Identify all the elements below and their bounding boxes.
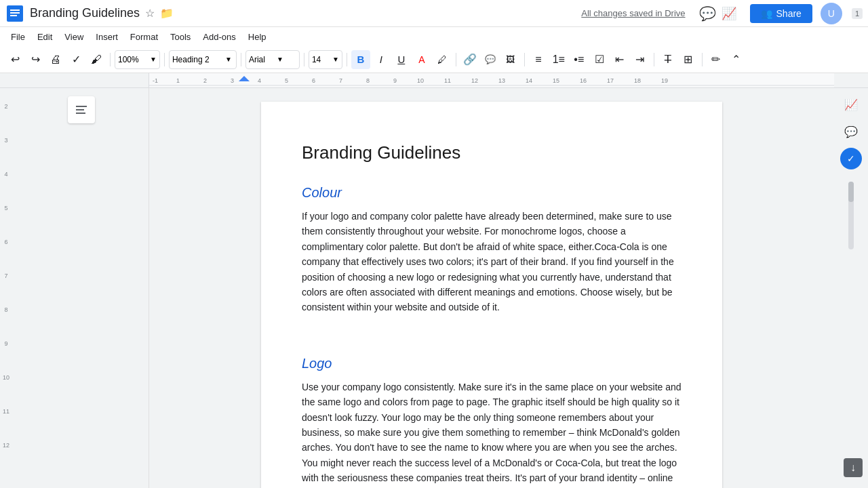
link-button[interactable]: 🔗 <box>460 50 479 69</box>
menu-file[interactable]: File <box>5 30 31 43</box>
underline-button[interactable]: U <box>392 50 411 69</box>
toolbar: ↩ ↪ 🖨 ✓ 🖌 100% ▼ Heading 2Normal textHea… <box>0 46 868 73</box>
zoom-select[interactable]: 100% ▼ <box>115 50 160 69</box>
sidebar-comment-icon[interactable]: 💬 <box>840 121 862 142</box>
fontsize-select[interactable]: 1410121618 ▼ <box>309 50 342 69</box>
align-button[interactable]: ≡ <box>529 50 548 69</box>
svg-rect-3 <box>10 15 17 16</box>
spacer-1 <box>302 342 682 356</box>
text-color-button[interactable]: A <box>412 50 431 69</box>
highlight-button[interactable]: 🖊 <box>433 50 452 69</box>
title-bar: Branding Guidelines ☆ 📁 All changes save… <box>0 0 868 27</box>
section-heading-colour[interactable]: Colour <box>302 185 682 201</box>
scroll-to-bottom-button[interactable]: ↓ <box>844 458 863 477</box>
svg-text:1: 1 <box>176 77 180 84</box>
outline-toggle[interactable] <box>68 96 95 123</box>
right-sidebar: 📈 💬 ✓ ↓ <box>834 88 868 488</box>
paint-format-button[interactable]: 🖌 <box>87 50 106 69</box>
menu-help[interactable]: Help <box>243 30 272 43</box>
svg-text:12: 12 <box>471 77 478 84</box>
svg-rect-2 <box>10 12 20 14</box>
star-icon[interactable]: ☆ <box>145 7 155 20</box>
numbered-list-button[interactable]: 1≡ <box>549 50 568 69</box>
menu-insert[interactable]: Insert <box>90 30 123 43</box>
style-select[interactable]: Heading 2Normal textHeading 1Heading 3 ▼ <box>169 50 237 69</box>
style-chevron: ▼ <box>225 56 232 63</box>
zoom-dropdown[interactable]: 100% <box>118 55 147 64</box>
svg-rect-1 <box>10 9 20 11</box>
menu-view[interactable]: View <box>59 30 89 43</box>
ruler-right <box>834 73 868 87</box>
bulleted-list-button[interactable]: •≡ <box>570 50 589 69</box>
menu-addons[interactable]: Add-ons <box>197 30 241 43</box>
clear-formatting-button[interactable]: T̶ <box>658 50 677 69</box>
toolbar-separator-8 <box>654 53 654 66</box>
user-avatar[interactable]: U <box>821 3 842 24</box>
checklist-button[interactable]: ☑ <box>590 50 609 69</box>
edit-mode-button[interactable]: ✏ <box>707 50 726 69</box>
left-panel: 2 3 4 5 6 7 8 9 10 11 12 <box>0 88 149 488</box>
toolbar-separator-9 <box>702 53 703 66</box>
svg-text:16: 16 <box>580 77 587 84</box>
font-dropdown[interactable]: Arial <box>249 55 274 64</box>
image-button[interactable]: 🖼 <box>501 50 520 69</box>
document-area[interactable]: Branding Guidelines Colour If your logo … <box>149 88 834 488</box>
svg-text:14: 14 <box>526 77 532 84</box>
section-body-logo[interactable]: Use your company logo consistently. Make… <box>302 380 682 488</box>
share-button[interactable]: 👥 Share <box>750 4 812 23</box>
svg-text:-1: -1 <box>153 77 158 84</box>
svg-text:10: 10 <box>417 77 424 84</box>
toolbar-separator-2 <box>164 53 165 66</box>
scrollbar-area <box>848 182 854 488</box>
left-ruler-numbers: 2 3 4 5 6 7 8 9 10 11 12 <box>0 88 12 488</box>
scrollbar-track[interactable] <box>848 182 854 249</box>
svg-text:4: 4 <box>258 77 261 84</box>
sidebar-check-icon[interactable]: ✓ <box>840 148 862 169</box>
italic-button[interactable]: I <box>372 50 391 69</box>
font-select[interactable]: Arial ▼ <box>245 50 300 69</box>
svg-text:17: 17 <box>607 77 614 84</box>
redo-button[interactable]: ↪ <box>26 50 45 69</box>
decrease-indent-button[interactable]: ⇤ <box>610 50 629 69</box>
svg-text:19: 19 <box>661 77 668 84</box>
svg-text:5: 5 <box>285 77 288 84</box>
comment-icon-title[interactable]: 💬 <box>699 5 716 22</box>
svg-text:18: 18 <box>634 77 641 84</box>
comment-button[interactable]: 💬 <box>481 50 500 69</box>
sidebar-trend-icon[interactable]: 📈 <box>840 94 862 115</box>
zoom-chevron: ▼ <box>150 56 157 63</box>
ruler: -1 1 2 3 4 5 6 7 8 9 10 11 12 13 14 15 1… <box>0 73 868 88</box>
style-dropdown[interactable]: Heading 2Normal textHeading 1Heading 3 <box>172 55 222 64</box>
font-chevron: ▼ <box>277 56 283 63</box>
svg-text:9: 9 <box>393 77 397 84</box>
section-body-colour[interactable]: If your logo and company color palette h… <box>302 209 682 315</box>
table-button[interactable]: ⊞ <box>679 50 698 69</box>
menu-edit[interactable]: Edit <box>32 30 58 43</box>
document-heading[interactable]: Branding Guidelines <box>302 142 682 163</box>
toolbar-separator-5 <box>347 53 347 66</box>
print-button[interactable]: 🖨 <box>46 50 65 69</box>
fontsize-chevron: ▼ <box>332 56 339 63</box>
folder-icon[interactable]: 📁 <box>160 7 174 20</box>
increase-indent-button[interactable]: ⇥ <box>631 50 650 69</box>
trend-icon[interactable]: 📈 <box>722 6 736 21</box>
document-page: Branding Guidelines Colour If your logo … <box>261 102 722 488</box>
svg-rect-27 <box>76 109 84 110</box>
svg-text:7: 7 <box>339 77 342 84</box>
document-title[interactable]: Branding Guidelines <box>30 6 140 20</box>
spell-check-button[interactable]: ✓ <box>66 50 85 69</box>
collapse-button[interactable]: ⌃ <box>727 50 746 69</box>
svg-text:13: 13 <box>498 77 505 84</box>
section-heading-logo[interactable]: Logo <box>302 356 682 371</box>
share-icon: 👥 <box>761 8 772 19</box>
svg-rect-28 <box>76 113 85 114</box>
undo-button[interactable]: ↩ <box>5 50 24 69</box>
bold-button[interactable]: B <box>351 50 370 69</box>
menu-tools[interactable]: Tools <box>165 30 196 43</box>
scrollbar-thumb[interactable] <box>848 182 854 202</box>
fontsize-dropdown[interactable]: 1410121618 <box>312 55 330 64</box>
menu-format[interactable]: Format <box>125 30 163 43</box>
toolbar-separator-7 <box>524 53 525 66</box>
ruler-main: -1 1 2 3 4 5 6 7 8 9 10 11 12 13 14 15 1… <box>149 73 834 87</box>
svg-marker-25 <box>239 76 250 81</box>
